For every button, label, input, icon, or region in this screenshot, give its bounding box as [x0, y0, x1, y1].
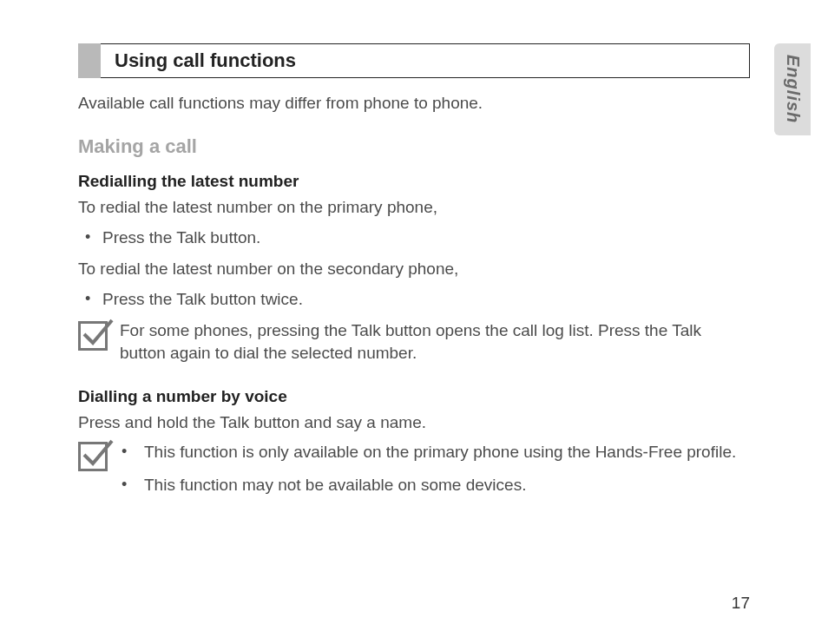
redial-primary-text: To redial the latest number on the prima… [78, 196, 750, 219]
voice-note-bullet-2: This function may not be available on so… [120, 473, 750, 497]
redial-secondary-text: To redial the latest number on the secon… [78, 258, 750, 280]
voice-heading: Dialling a number by voice [78, 387, 750, 406]
making-a-call-heading: Making a call [78, 135, 750, 158]
language-label: English [783, 55, 803, 123]
redial-secondary-bullet: Press the Talk button twice. [83, 287, 750, 312]
section-badge [78, 43, 101, 78]
redial-primary-bullet: Press the Talk button. [83, 226, 750, 250]
voice-text: Press and hold the Talk button and say a… [78, 411, 750, 434]
language-tab: English [774, 43, 811, 135]
voice-note-bullet-1: This function is only available on the p… [120, 440, 750, 464]
redial-note-body: For some phones, pressing the Talk butto… [120, 319, 750, 367]
redial-primary-list: Press the Talk button. [78, 226, 750, 250]
redial-note: For some phones, pressing the Talk butto… [78, 319, 750, 367]
section-title: Using call functions [101, 44, 296, 77]
voice-note: This function is only available on the p… [78, 440, 750, 505]
intro-text: Available call functions may differ from… [78, 94, 750, 113]
redial-heading: Redialling the latest number [78, 172, 750, 191]
page-number: 17 [732, 594, 750, 613]
checkmark-icon [78, 321, 108, 351]
voice-note-body: This function is only available on the p… [120, 440, 750, 505]
redial-note-text: For some phones, pressing the Talk butto… [120, 319, 750, 364]
voice-note-list: This function is only available on the p… [120, 440, 750, 496]
section-header: Using call functions [78, 43, 750, 78]
checkmark-icon [78, 442, 108, 471]
redial-secondary-list: Press the Talk button twice. [78, 287, 750, 312]
